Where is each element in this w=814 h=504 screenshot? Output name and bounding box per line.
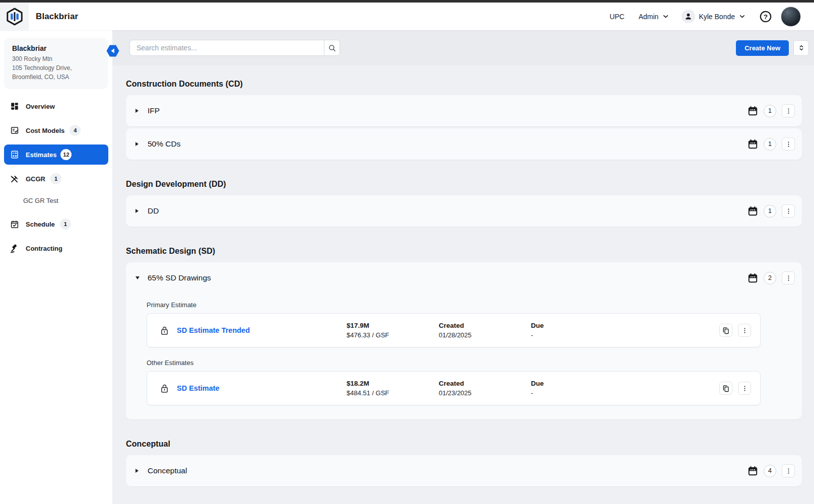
- phase-name: Conceptual: [148, 466, 187, 475]
- calendar-button[interactable]: [748, 273, 758, 283]
- copy-button[interactable]: [719, 324, 732, 337]
- user-menu[interactable]: Kyle Bonde: [682, 10, 746, 23]
- phase-row[interactable]: IFP 1: [126, 95, 802, 126]
- sidebar-item-contracting[interactable]: Contracting: [4, 238, 108, 258]
- cost-models-icon: [9, 126, 20, 135]
- app-logo[interactable]: [0, 3, 29, 30]
- sidebar-item-label: Cost Models: [26, 127, 64, 134]
- phase-row[interactable]: DD 1: [126, 195, 802, 227]
- crossed-tools-icon: [9, 174, 20, 184]
- sidebar-item-schedule[interactable]: Schedule 1: [4, 214, 108, 234]
- chevron-right-icon[interactable]: [135, 142, 142, 146]
- kebab-menu-button[interactable]: [782, 271, 795, 284]
- user-avatar[interactable]: [781, 7, 801, 27]
- estimate-link[interactable]: SD Estimate: [177, 384, 220, 392]
- calendar-icon: [748, 106, 758, 116]
- phase-controls: 1: [748, 204, 795, 218]
- estimate-unit-cost: $476.33 / GSF: [347, 331, 439, 339]
- count-badge: 1: [50, 173, 61, 184]
- estimate-count-badge: 1: [764, 138, 776, 151]
- sidebar-item-estimates[interactable]: Estimates 12: [4, 145, 108, 165]
- phase-card-65-sd-drawings: 65% SD Drawings 2: [126, 262, 802, 419]
- calendar-icon: [748, 206, 758, 217]
- chevron-right-icon[interactable]: [135, 109, 142, 113]
- kebab-menu-button[interactable]: [738, 324, 751, 337]
- dashboard-icon: [9, 102, 20, 111]
- calendar-button[interactable]: [748, 466, 758, 476]
- phase-controls: 2: [748, 271, 795, 284]
- search-box: [129, 40, 340, 56]
- section-schematic-design: Schematic Design (SD) 65% SD Drawings: [126, 247, 802, 419]
- kebab-icon: [785, 207, 792, 215]
- created-label: Created: [439, 380, 531, 387]
- estimate-due-column: Due -: [531, 322, 719, 339]
- search-input[interactable]: [129, 40, 324, 56]
- phase-row[interactable]: 50% CDs 1: [126, 128, 802, 160]
- upc-link[interactable]: UPC: [609, 13, 625, 21]
- section-title: Conceptual: [126, 440, 802, 449]
- chevron-right-icon[interactable]: [135, 469, 142, 473]
- estimate-cost-column: $18.2M $484.51 / GSF: [347, 380, 439, 397]
- expand-collapse-all-button[interactable]: [793, 40, 809, 56]
- phase-card-ifp: IFP 1: [126, 95, 802, 126]
- toolbar: Create New: [112, 30, 814, 65]
- phase-card-50-cds: 50% CDs 1: [126, 128, 802, 160]
- estimate-card: SD Estimate $18.2M $484.51 / GSF Created…: [147, 371, 761, 405]
- calendar-button[interactable]: [748, 206, 758, 217]
- admin-menu[interactable]: Admin: [639, 13, 670, 21]
- calendar-check-icon: [9, 220, 20, 229]
- create-new-button[interactable]: Create New: [736, 40, 789, 56]
- kebab-icon: [785, 467, 792, 475]
- kebab-menu-button[interactable]: [782, 104, 795, 117]
- search-button[interactable]: [324, 40, 340, 56]
- estimate-link[interactable]: SD Estimate Trended: [177, 326, 250, 334]
- header-actions: UPC Admin Kyle Bonde ?: [609, 7, 814, 27]
- help-icon[interactable]: ?: [759, 10, 772, 23]
- kebab-menu-button[interactable]: [782, 464, 795, 477]
- chevron-down-icon: [738, 13, 746, 20]
- project-card: Blackbriar 300 Rocky Mtn 105 Technology …: [4, 38, 108, 89]
- calculator-icon: [9, 150, 20, 159]
- calendar-button[interactable]: [748, 139, 758, 150]
- chevron-right-icon[interactable]: [135, 209, 142, 213]
- phase-name: DD: [148, 206, 159, 215]
- calendar-button[interactable]: [748, 106, 758, 116]
- lock-icon: [160, 383, 169, 394]
- sidebar-item-label: Estimates: [26, 151, 56, 159]
- phase-controls: 1: [748, 104, 795, 117]
- page-title: Blackbriar: [36, 12, 78, 22]
- estimate-count-badge: 1: [764, 205, 776, 218]
- admin-menu-label: Admin: [639, 13, 659, 21]
- estimate-name-cell: SD Estimate: [160, 383, 347, 394]
- sidebar-item-gc-gr-test[interactable]: GC GR Test: [4, 193, 108, 208]
- chevron-down-icon: [662, 13, 669, 20]
- created-date: 01/23/2025: [439, 389, 531, 397]
- phase-row[interactable]: Conceptual 4: [126, 455, 802, 486]
- phase-controls: 1: [748, 137, 795, 151]
- copy-button[interactable]: [719, 382, 732, 395]
- kebab-menu-button[interactable]: [782, 137, 795, 151]
- sidebar: Blackbriar 300 Rocky Mtn 105 Technology …: [0, 30, 112, 504]
- project-address-line3: Broomfield, CO, USA: [12, 73, 100, 82]
- svg-text:?: ?: [764, 13, 768, 20]
- project-address-line2: 105 Technology Drive,: [12, 63, 100, 73]
- copy-icon: [722, 326, 730, 335]
- sidebar-item-gcgr[interactable]: GCGR 1: [4, 169, 108, 189]
- sidebar-collapse-button[interactable]: [106, 44, 120, 57]
- copy-icon: [722, 384, 730, 393]
- phase-card-conceptual: Conceptual 4: [126, 455, 802, 486]
- kebab-menu-button[interactable]: [738, 382, 751, 395]
- calendar-icon: [748, 139, 758, 150]
- estimate-total: $18.2M: [347, 380, 439, 387]
- kebab-menu-button[interactable]: [782, 204, 795, 218]
- due-label: Due: [531, 380, 719, 387]
- project-name: Blackbriar: [12, 44, 100, 52]
- sidebar-item-overview[interactable]: Overview: [4, 96, 108, 116]
- sidebar-item-cost-models[interactable]: Cost Models 4: [4, 120, 108, 140]
- phase-row[interactable]: 65% SD Drawings 2: [126, 262, 802, 294]
- chevron-down-icon[interactable]: [135, 276, 142, 279]
- phase-name: 65% SD Drawings: [148, 273, 211, 282]
- sidebar-item-label: Schedule: [26, 221, 55, 228]
- user-name-label: Kyle Bonde: [699, 13, 735, 21]
- estimate-created-column: Created 01/28/2025: [439, 322, 531, 339]
